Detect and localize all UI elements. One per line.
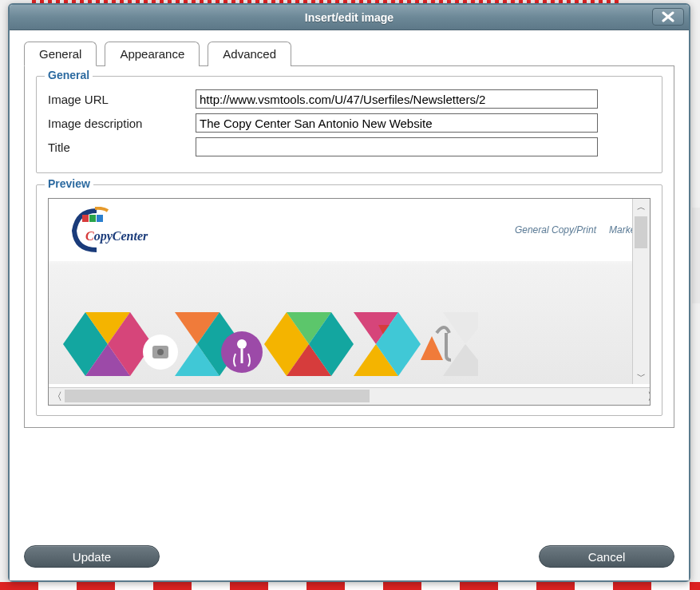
form-row: Image description (48, 113, 651, 133)
scroll-track[interactable] (65, 388, 644, 405)
svg-rect-0 (82, 215, 89, 222)
tab-general[interactable]: General (24, 42, 97, 66)
preview-nav: General Copy/Print Marketin (515, 224, 646, 236)
image-description-label: Image description (48, 117, 196, 130)
preview-fieldset: Preview (36, 184, 662, 416)
general-fieldset: General Image URL Image description Titl… (36, 76, 662, 173)
logo: CopyCenter (63, 207, 151, 253)
image-url-label: Image URL (48, 93, 196, 106)
tabs-row: General Appearance Advanced (24, 42, 674, 66)
image-url-input[interactable] (196, 89, 598, 109)
form-row: Image URL (48, 89, 651, 109)
title-input[interactable] (196, 137, 598, 156)
background-decoration (0, 582, 700, 590)
dialog-titlebar[interactable]: Insert/edit image (10, 5, 689, 30)
cancel-button[interactable]: Cancel (539, 545, 674, 568)
fieldset-legend: Preview (45, 177, 93, 190)
scroll-track[interactable] (633, 215, 650, 368)
svg-marker-24 (421, 336, 443, 360)
background-decoration (692, 208, 700, 303)
insert-edit-image-dialog: Insert/edit image General Appearance Adv… (8, 3, 690, 582)
preview-nav-link: General Copy/Print (515, 224, 596, 236)
scroll-down-icon[interactable]: ﹀ (634, 368, 650, 384)
preview-container: CopyCenter General Copy/Print Marketin (48, 198, 651, 406)
svg-text:CopyCenter: CopyCenter (85, 229, 148, 244)
svg-rect-2 (97, 215, 103, 222)
preview-header: CopyCenter General Copy/Print Marketin (49, 199, 651, 261)
preview-banner-image (63, 312, 478, 384)
svg-rect-1 (89, 215, 96, 222)
fieldset-legend: General (45, 69, 93, 81)
preview-vertical-scrollbar[interactable]: ︿ ﹀ (632, 199, 650, 384)
tab-panel-general: General Image URL Image description Titl… (24, 65, 674, 428)
tab-appearance[interactable]: Appearance (105, 42, 200, 66)
dialog-title: Insert/edit image (305, 11, 394, 24)
scroll-right-icon[interactable]: 〉 (644, 389, 651, 405)
close-button[interactable] (652, 8, 684, 26)
scroll-up-icon[interactable]: ︿ (634, 199, 650, 215)
svg-point-15 (237, 339, 247, 349)
scroll-thumb[interactable] (635, 216, 647, 248)
close-icon (661, 11, 675, 22)
dialog-button-row: Update Cancel (24, 531, 674, 568)
scroll-left-icon[interactable]: 〈 (49, 389, 65, 405)
form-row: Title (48, 137, 651, 156)
title-label: Title (48, 141, 196, 154)
svg-point-10 (157, 349, 164, 355)
update-button[interactable]: Update (24, 545, 160, 568)
tab-advanced[interactable]: Advanced (208, 42, 291, 66)
dialog-body: General Appearance Advanced General Imag… (10, 30, 689, 580)
copycenter-logo-icon: CopyCenter (63, 207, 151, 253)
preview-horizontal-scrollbar[interactable]: 〈 〉 (49, 387, 651, 405)
preview-image-content: CopyCenter General Copy/Print Marketin (49, 199, 651, 384)
scroll-thumb[interactable] (65, 390, 370, 402)
image-description-input[interactable] (196, 113, 598, 133)
